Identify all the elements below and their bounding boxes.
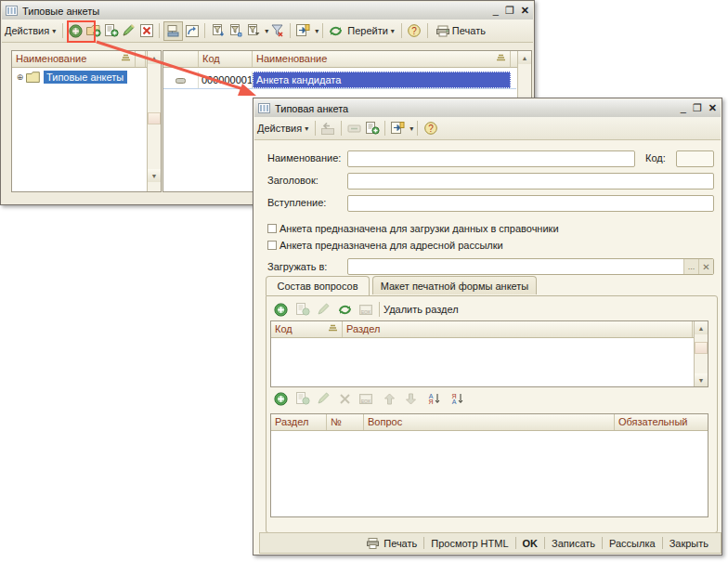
move-to-group-icon[interactable] — [163, 21, 183, 41]
clear-value-button[interactable]: ✕ — [698, 259, 713, 274]
chevron-down-icon[interactable]: ▾ — [410, 124, 413, 133]
expand-icon[interactable]: ⊕ — [14, 72, 26, 82]
filter-off-icon[interactable] — [268, 22, 286, 40]
mailing-purpose-checkbox[interactable] — [267, 241, 277, 250]
edit-icon[interactable] — [120, 22, 137, 40]
load-to-catalogs-label[interactable]: Анкета предназначена для загрузки данных… — [280, 223, 559, 234]
intro-input[interactable] — [347, 195, 714, 212]
delete-section-button[interactable]: Удалить раздел — [384, 304, 459, 315]
close-button[interactable]: ✕ — [708, 103, 717, 113]
questions-toolbar[interactable]: EOK AЯ ЯA — [272, 389, 466, 408]
questions-column-question[interactable]: Вопрос — [364, 414, 615, 430]
export-icon[interactable] — [294, 22, 312, 40]
add-icon[interactable] — [272, 301, 290, 319]
help-icon[interactable]: ? — [422, 120, 439, 137]
refresh-icon[interactable] — [345, 120, 363, 137]
close-form-button[interactable]: Закрыть — [663, 538, 715, 549]
row-name-cell[interactable]: Анкета кандидата — [253, 72, 511, 88]
close-button[interactable]: ✕ — [521, 6, 529, 16]
sections-grid[interactable]: Код Раздел ▲ ▼ — [270, 320, 708, 387]
minimize-button[interactable]: _ — [681, 103, 686, 113]
copy-icon[interactable] — [293, 390, 311, 408]
hierarchy-icon[interactable] — [183, 22, 201, 40]
sections-vertical-scrollbar[interactable]: ▲ ▼ — [694, 321, 708, 386]
questions-column-section[interactable]: Раздел — [271, 414, 327, 430]
code-input[interactable] — [676, 150, 714, 167]
actions-menu-button[interactable]: Действия ▾ — [254, 119, 311, 137]
actions-menu-button[interactable]: Действия ▾ — [2, 21, 58, 40]
mailing-button[interactable]: Рассылка — [603, 538, 662, 549]
mailing-purpose-label[interactable]: Анкета предназначена для адресной рассыл… — [280, 240, 503, 251]
copy-icon[interactable] — [102, 22, 120, 40]
scroll-up-button[interactable]: ▲ — [518, 51, 531, 64]
scrollbar-thumb[interactable] — [695, 342, 708, 354]
set-filter-icon[interactable] — [209, 22, 227, 40]
groups-tree-panel[interactable]: Наименование ⊕ Типовые анкеты ▲ ▼ — [11, 50, 162, 192]
list-column-marker[interactable] — [163, 51, 199, 67]
end-edit-icon[interactable]: EOK — [358, 390, 375, 408]
help-icon[interactable]: ? — [406, 22, 423, 40]
minimize-button[interactable]: _ — [493, 6, 499, 16]
sections-column-code[interactable]: Код — [271, 321, 343, 337]
add-icon[interactable] — [272, 390, 290, 408]
sections-column-section[interactable]: Раздел — [343, 321, 693, 337]
delete-icon[interactable] — [336, 390, 354, 408]
window2-toolbar[interactable]: Действия ▾ ▾ ? — [254, 117, 721, 140]
scrollbar-thumb[interactable] — [148, 112, 161, 124]
delete-mark-icon[interactable] — [137, 22, 155, 40]
list-item[interactable]: ⊕ Типовые анкеты — [14, 70, 127, 85]
edit-icon[interactable] — [315, 390, 332, 408]
window2-titlebar[interactable]: Типовая анкета _ ❐ ✕ — [254, 99, 721, 117]
row-code-cell[interactable]: 000000001 — [199, 72, 253, 88]
scroll-up-button[interactable]: ▲ — [148, 51, 161, 64]
window1-controls[interactable]: _ ❐ ✕ — [493, 2, 529, 20]
scroll-down-button[interactable]: ▼ — [695, 373, 708, 386]
questions-column-required[interactable]: Обязательный — [615, 414, 706, 430]
tree-vertical-scrollbar[interactable]: ▲ ▼ — [147, 51, 161, 191]
maximize-button[interactable]: ❐ — [693, 103, 702, 113]
load-to-catalogs-checkbox[interactable] — [267, 224, 277, 233]
load-to-input[interactable]: ... ✕ — [347, 258, 714, 275]
list-column-code[interactable]: Код — [199, 51, 253, 67]
maximize-button[interactable]: ❐ — [505, 6, 514, 16]
copy-icon[interactable] — [293, 301, 311, 319]
questions-grid[interactable]: Раздел № Вопрос Обязательный — [270, 413, 708, 517]
ok-button[interactable]: OK — [516, 538, 545, 549]
copy-new-icon[interactable] — [363, 120, 381, 137]
move-up-icon[interactable] — [381, 390, 398, 408]
goto-menu-button[interactable]: Перейти ▾ — [344, 21, 397, 40]
move-down-icon[interactable] — [402, 390, 420, 408]
goto-icon[interactable] — [389, 120, 407, 137]
list-column-name[interactable]: Наименование — [253, 51, 511, 67]
window2-controls[interactable]: _ ❐ ✕ — [681, 99, 717, 117]
refresh-icon[interactable] — [327, 22, 344, 40]
edit-icon[interactable] — [315, 301, 332, 319]
scroll-up-button[interactable]: ▲ — [695, 321, 708, 334]
tree-column-name[interactable]: Наименование — [12, 51, 136, 67]
write-icon[interactable] — [319, 120, 337, 137]
write-button[interactable]: Записать — [545, 538, 602, 549]
tab-print-layout[interactable]: Макет печатной формы анкеты — [372, 276, 537, 294]
select-value-button[interactable]: ... — [683, 259, 698, 274]
window1-titlebar[interactable]: Типовые анкеты _ ❐ ✕ — [2, 2, 533, 20]
print-button[interactable]: Печать — [432, 21, 488, 40]
name-input[interactable] — [347, 150, 635, 167]
refresh-icon[interactable] — [336, 301, 354, 319]
tab-questions-composition[interactable]: Состав вопросов — [266, 276, 370, 295]
scroll-down-button[interactable]: ▼ — [148, 169, 161, 182]
sort-desc-icon[interactable]: ЯA — [448, 390, 466, 408]
sections-toolbar[interactable]: EOK Удалить раздел — [272, 300, 459, 319]
header-input[interactable] — [347, 173, 714, 190]
table-row[interactable]: 000000001 Анкета кандидата — [163, 72, 516, 89]
questions-column-number[interactable]: № — [327, 414, 364, 430]
sort-asc-icon[interactable]: AЯ — [425, 390, 443, 408]
window-typical-questionnaire-form[interactable]: Типовая анкета _ ❐ ✕ Действия ▾ ▾ ? — [253, 98, 722, 555]
chevron-down-icon[interactable]: ▾ — [315, 27, 318, 35]
form-command-bar[interactable]: Печать Просмотр HTML OK Записать Рассылк… — [259, 532, 722, 554]
end-edit-icon[interactable]: EOK — [358, 301, 375, 319]
tree-item-label[interactable]: Типовые анкеты — [44, 71, 127, 84]
filter-by-value-icon[interactable] — [227, 22, 244, 40]
preview-html-button[interactable]: Просмотр HTML — [424, 538, 514, 549]
filter-list-icon[interactable] — [244, 22, 262, 40]
print-button[interactable]: Печать — [360, 538, 423, 549]
